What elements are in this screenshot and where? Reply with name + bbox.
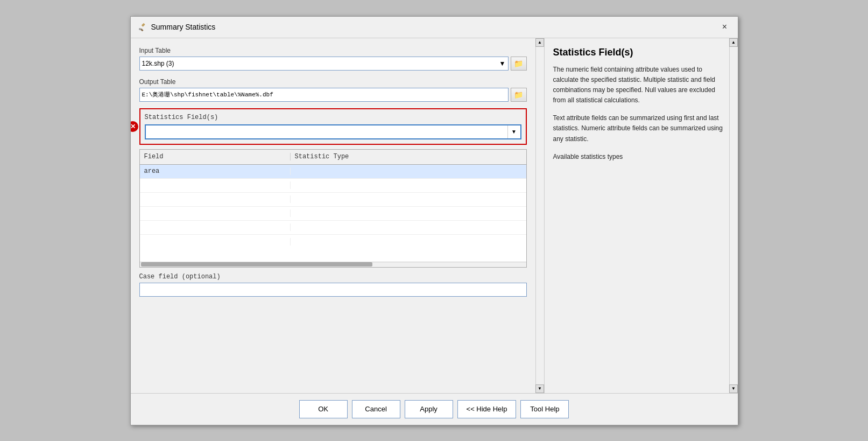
stats-field-bordered: Statistics Field(s) ▼ bbox=[139, 108, 527, 145]
hide-help-button[interactable]: << Hide Help bbox=[457, 400, 517, 418]
right-panel: Statistics Field(s) The numeric field co… bbox=[544, 38, 738, 393]
input-table-value: 12k.shp (3) bbox=[142, 60, 174, 67]
input-table-dropdown[interactable]: 12k.shp (3) ▼ bbox=[139, 57, 509, 71]
right-panel-para1: The numeric field containing attribute v… bbox=[553, 65, 725, 106]
dropdown-arrow-icon: ▼ bbox=[499, 60, 506, 67]
right-scroll-track bbox=[730, 47, 738, 384]
summary-statistics-dialog: Summary Statistics × Input Table 12k.shp… bbox=[130, 16, 738, 425]
close-button[interactable]: × bbox=[718, 20, 731, 33]
right-panel-title: Statistics Field(s) bbox=[553, 47, 725, 58]
case-field-label: Case field (optional) bbox=[139, 273, 527, 281]
scrollbar-thumb bbox=[141, 262, 373, 267]
stats-field-input-row[interactable]: ▼ bbox=[145, 124, 521, 139]
scroll-down-button[interactable]: ▼ bbox=[535, 384, 544, 393]
stats-field-input[interactable] bbox=[146, 127, 507, 137]
output-table-input[interactable]: E:\奥港珊\shp\fishnet\table\%Name%.dbf bbox=[139, 88, 509, 102]
case-field-input[interactable] bbox=[139, 283, 527, 297]
stats-table: Field Statistic Type area bbox=[139, 149, 527, 268]
stats-field-label: Statistics Field(s) bbox=[145, 114, 521, 121]
folder-icon-2: 📁 bbox=[514, 90, 523, 99]
output-table-browse-button[interactable]: 📁 bbox=[511, 88, 527, 102]
output-table-row: E:\奥港珊\shp\fishnet\table\%Name%.dbf 📁 bbox=[139, 88, 527, 102]
folder-icon: 📁 bbox=[514, 59, 523, 68]
button-bar: OK Cancel Apply << Hide Help Tool Help bbox=[131, 393, 738, 425]
stats-table-outer: Field Statistic Type area bbox=[139, 149, 527, 268]
scroll-up-button[interactable]: ▲ bbox=[535, 38, 544, 47]
input-table-browse-button[interactable]: 📁 bbox=[511, 57, 527, 71]
left-panel: Input Table 12k.shp (3) ▼ 📁 Output Table… bbox=[131, 38, 535, 393]
svg-rect-1 bbox=[141, 23, 145, 27]
stat-type-column-header: Statistic Type bbox=[291, 153, 526, 160]
svg-point-2 bbox=[139, 28, 141, 30]
stats-dropdown-arrow-icon[interactable]: ▼ bbox=[507, 125, 520, 138]
input-table-label: Input Table bbox=[139, 47, 527, 54]
table-row[interactable] bbox=[140, 221, 526, 235]
title-bar: Summary Statistics × bbox=[131, 17, 738, 38]
error-icon: ✕ bbox=[131, 121, 138, 132]
stats-field-section: ✕ Statistics Field(s) ▼ bbox=[139, 108, 527, 145]
dialog-title: Summary Statistics bbox=[151, 23, 718, 31]
ok-button[interactable]: OK bbox=[299, 400, 348, 418]
field-cell: area bbox=[140, 167, 291, 175]
right-scroll-up-button[interactable]: ▲ bbox=[729, 38, 738, 47]
stats-table-header: Field Statistic Type bbox=[140, 150, 526, 165]
left-scrollbar: ▲ ▼ bbox=[535, 38, 544, 393]
table-scrollbar[interactable] bbox=[140, 262, 526, 267]
table-row[interactable]: area bbox=[140, 165, 526, 179]
table-row[interactable] bbox=[140, 179, 526, 193]
output-table-label: Output Table bbox=[139, 78, 527, 86]
table-row[interactable] bbox=[140, 193, 526, 207]
input-table-row: 12k.shp (3) ▼ 📁 bbox=[139, 57, 527, 71]
cancel-button[interactable]: Cancel bbox=[352, 400, 400, 418]
dialog-content: Input Table 12k.shp (3) ▼ 📁 Output Table… bbox=[131, 38, 738, 393]
table-row[interactable] bbox=[140, 207, 526, 221]
right-panel-para2: Text attribute fields can be summarized … bbox=[553, 113, 725, 144]
right-scrollbar: ▲ ▼ bbox=[729, 38, 738, 393]
right-panel-para3: Available statistics types bbox=[553, 152, 725, 162]
table-row[interactable] bbox=[140, 235, 526, 249]
apply-button[interactable]: Apply bbox=[405, 400, 453, 418]
tool-help-button[interactable]: Tool Help bbox=[520, 400, 569, 418]
dialog-icon bbox=[137, 22, 147, 32]
scroll-track bbox=[536, 47, 544, 384]
field-column-header: Field bbox=[140, 153, 291, 160]
stats-table-body: area bbox=[140, 165, 526, 262]
right-scroll-down-button[interactable]: ▼ bbox=[729, 384, 738, 393]
